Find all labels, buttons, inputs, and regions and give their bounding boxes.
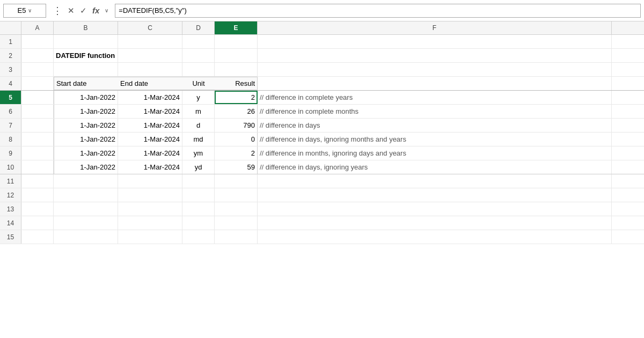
- cell-f10[interactable]: // difference in days, ignoring years: [258, 160, 612, 174]
- cell-b8[interactable]: 1-Jan-2022: [54, 133, 118, 146]
- cell-f14[interactable]: [258, 216, 612, 230]
- row-num-10[interactable]: 10: [0, 160, 21, 174]
- row-num-6[interactable]: 6: [0, 105, 21, 118]
- cell-e14[interactable]: [215, 216, 258, 230]
- cell-d2[interactable]: [182, 49, 215, 62]
- cell-d1[interactable]: [182, 35, 215, 48]
- cell-d5[interactable]: y: [182, 91, 215, 104]
- col-header-b[interactable]: B: [54, 21, 118, 34]
- row-num-1[interactable]: 1: [0, 35, 21, 48]
- cell-e3[interactable]: [215, 63, 258, 76]
- cell-d7[interactable]: d: [182, 119, 215, 132]
- cell-e6[interactable]: 26: [215, 105, 258, 118]
- col-header-a[interactable]: A: [21, 21, 54, 34]
- row-num-14[interactable]: 14: [0, 216, 21, 230]
- fx-expand-icon[interactable]: ∨: [103, 6, 111, 14]
- cell-b10[interactable]: 1-Jan-2022: [54, 160, 118, 174]
- cell-c7[interactable]: 1-Mar-2024: [118, 119, 182, 132]
- cell-a6[interactable]: [21, 105, 54, 118]
- cell-e13[interactable]: [215, 202, 258, 216]
- cell-d15[interactable]: [182, 230, 215, 244]
- cell-e1[interactable]: [215, 35, 258, 48]
- col-header-c[interactable]: C: [118, 21, 182, 34]
- cell-c10[interactable]: 1-Mar-2024: [118, 160, 182, 174]
- cell-d4[interactable]: Unit: [182, 77, 215, 90]
- cell-a1[interactable]: [21, 35, 54, 48]
- cell-c13[interactable]: [118, 202, 182, 216]
- col-header-d[interactable]: D: [182, 21, 215, 34]
- row-num-3[interactable]: 3: [0, 63, 21, 76]
- cell-e12[interactable]: [215, 188, 258, 202]
- row-num-15[interactable]: 15: [0, 230, 21, 244]
- cell-b4[interactable]: Start date: [54, 77, 118, 90]
- cell-a5[interactable]: [21, 91, 54, 104]
- row-num-2[interactable]: 2: [0, 49, 21, 62]
- cell-e9[interactable]: 2: [215, 146, 258, 160]
- cell-a15[interactable]: [21, 230, 54, 244]
- cell-f11[interactable]: [258, 174, 612, 188]
- cell-d10[interactable]: yd: [182, 160, 215, 174]
- fx-icon[interactable]: fx: [90, 5, 101, 16]
- col-header-f[interactable]: F: [258, 21, 612, 34]
- col-header-e[interactable]: E: [215, 21, 258, 34]
- cell-c12[interactable]: [118, 188, 182, 202]
- cell-b14[interactable]: [54, 216, 118, 230]
- cell-a11[interactable]: [21, 174, 54, 188]
- formula-input[interactable]: [115, 4, 641, 18]
- cell-d6[interactable]: m: [182, 105, 215, 118]
- cell-e7[interactable]: 790: [215, 119, 258, 132]
- cell-d12[interactable]: [182, 188, 215, 202]
- formula-bar-dots-icon[interactable]: ⋮: [50, 4, 64, 18]
- cell-d14[interactable]: [182, 216, 215, 230]
- cell-a8[interactable]: [21, 133, 54, 146]
- cell-f1[interactable]: [258, 35, 612, 48]
- cell-c6[interactable]: 1-Mar-2024: [118, 105, 182, 118]
- row-num-7[interactable]: 7: [0, 119, 21, 132]
- cell-a13[interactable]: [21, 202, 54, 216]
- cell-e4[interactable]: Result: [215, 77, 258, 90]
- cell-e15[interactable]: [215, 230, 258, 244]
- confirm-icon[interactable]: ✓: [78, 5, 89, 17]
- cell-c8[interactable]: 1-Mar-2024: [118, 133, 182, 146]
- cell-b12[interactable]: [54, 188, 118, 202]
- cell-f7[interactable]: // difference in days: [258, 119, 612, 132]
- cell-f6[interactable]: // difference in complete months: [258, 105, 612, 118]
- cell-c4[interactable]: End date: [118, 77, 182, 90]
- row-num-12[interactable]: 12: [0, 188, 21, 202]
- cell-b2[interactable]: DATEDIF function: [54, 49, 118, 62]
- cell-b15[interactable]: [54, 230, 118, 244]
- cell-e11[interactable]: [215, 174, 258, 188]
- cell-a9[interactable]: [21, 146, 54, 160]
- cell-c14[interactable]: [118, 216, 182, 230]
- cell-b3[interactable]: [54, 63, 118, 76]
- cell-f8[interactable]: // difference in days, ignoring months a…: [258, 133, 612, 146]
- cell-c3[interactable]: [118, 63, 182, 76]
- cell-a7[interactable]: [21, 119, 54, 132]
- cell-b1[interactable]: [54, 35, 118, 48]
- cell-a4[interactable]: [21, 77, 54, 90]
- cell-e8[interactable]: 0: [215, 133, 258, 146]
- cell-a10[interactable]: [21, 160, 54, 174]
- cell-e10[interactable]: 59: [215, 160, 258, 174]
- cell-b11[interactable]: [54, 174, 118, 188]
- cell-d9[interactable]: ym: [182, 146, 215, 160]
- cell-a2[interactable]: [21, 49, 54, 62]
- row-num-11[interactable]: 11: [0, 174, 21, 188]
- cell-a12[interactable]: [21, 188, 54, 202]
- cell-e5[interactable]: 2: [215, 91, 258, 104]
- cell-c15[interactable]: [118, 230, 182, 244]
- row-num-9[interactable]: 9: [0, 146, 21, 160]
- cell-d11[interactable]: [182, 174, 215, 188]
- cell-d13[interactable]: [182, 202, 215, 216]
- cell-a14[interactable]: [21, 216, 54, 230]
- cell-d3[interactable]: [182, 63, 215, 76]
- cell-reference-box[interactable]: E5 ∨: [3, 4, 46, 18]
- cell-c11[interactable]: [118, 174, 182, 188]
- row-num-8[interactable]: 8: [0, 133, 21, 146]
- cell-f9[interactable]: // difference in months, ignoring days a…: [258, 146, 612, 160]
- cell-b5[interactable]: 1-Jan-2022: [54, 91, 118, 104]
- cell-f5[interactable]: // difference in complete years: [258, 91, 612, 104]
- cell-b7[interactable]: 1-Jan-2022: [54, 119, 118, 132]
- cell-e2[interactable]: [215, 49, 258, 62]
- cell-c2[interactable]: [118, 49, 182, 62]
